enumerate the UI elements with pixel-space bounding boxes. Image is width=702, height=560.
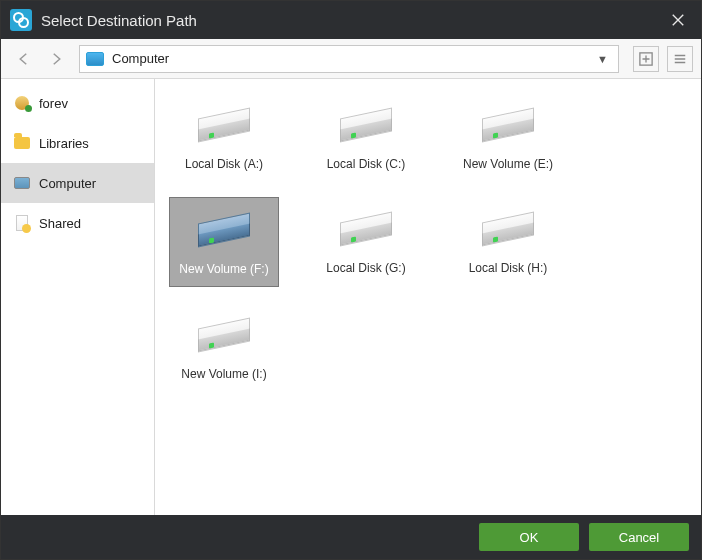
- plus-icon: [639, 52, 653, 66]
- shared-icon: [13, 214, 31, 232]
- path-label: Computer: [112, 51, 593, 66]
- drive-label: New Volume (E:): [463, 157, 553, 171]
- user-icon: [13, 94, 31, 112]
- computer-icon: [86, 52, 104, 66]
- sidebar: forev Libraries Computer Shared: [1, 79, 155, 515]
- drive-item[interactable]: New Volume (E:): [453, 93, 563, 181]
- drive-item[interactable]: Local Disk (C:): [311, 93, 421, 181]
- drive-label: Local Disk (C:): [327, 157, 406, 171]
- content-area: forev Libraries Computer Shared Local Di…: [1, 79, 701, 515]
- disk-icon: [336, 103, 396, 147]
- drive-item-selected[interactable]: New Volume (F:): [169, 197, 279, 287]
- disk-icon: [478, 207, 538, 251]
- drive-label: New Volume (I:): [181, 367, 266, 381]
- disk-icon: [478, 103, 538, 147]
- window-title: Select Destination Path: [41, 12, 655, 29]
- nav-bar: Computer ▼: [1, 39, 701, 79]
- arrow-left-icon: [15, 50, 33, 68]
- sidebar-item-libraries[interactable]: Libraries: [1, 123, 154, 163]
- nav-forward-button[interactable]: [41, 44, 71, 74]
- title-bar: Select Destination Path: [1, 1, 701, 39]
- disk-icon: [336, 207, 396, 251]
- sidebar-item-computer[interactable]: Computer: [1, 163, 154, 203]
- disk-icon: [194, 208, 254, 252]
- cancel-button[interactable]: Cancel: [589, 523, 689, 551]
- path-bar[interactable]: Computer ▼: [79, 45, 619, 73]
- chevron-down-icon[interactable]: ▼: [593, 53, 612, 65]
- drive-grid: Local Disk (A:) Local Disk (C:) New Volu…: [155, 79, 701, 515]
- sidebar-item-user[interactable]: forev: [1, 83, 154, 123]
- drive-item[interactable]: Local Disk (G:): [311, 197, 421, 287]
- computer-icon: [13, 174, 31, 192]
- close-icon: [671, 13, 685, 27]
- view-list-button[interactable]: [667, 46, 693, 72]
- app-icon: [10, 9, 32, 31]
- drive-label: New Volume (F:): [179, 262, 268, 276]
- drive-item[interactable]: Local Disk (H:): [453, 197, 563, 287]
- footer-bar: OK Cancel: [1, 515, 701, 559]
- folder-icon: [13, 134, 31, 152]
- drive-label: Local Disk (G:): [326, 261, 405, 275]
- sidebar-item-label: forev: [39, 96, 68, 111]
- ok-button[interactable]: OK: [479, 523, 579, 551]
- drive-label: Local Disk (H:): [469, 261, 548, 275]
- sidebar-item-label: Shared: [39, 216, 81, 231]
- disk-icon: [194, 103, 254, 147]
- nav-back-button[interactable]: [9, 44, 39, 74]
- sidebar-item-label: Libraries: [39, 136, 89, 151]
- sidebar-item-label: Computer: [39, 176, 96, 191]
- arrow-right-icon: [47, 50, 65, 68]
- new-folder-button[interactable]: [633, 46, 659, 72]
- disk-icon: [194, 313, 254, 357]
- list-icon: [673, 52, 687, 66]
- close-button[interactable]: [655, 1, 701, 39]
- sidebar-item-shared[interactable]: Shared: [1, 203, 154, 243]
- drive-item[interactable]: New Volume (I:): [169, 303, 279, 391]
- drive-label: Local Disk (A:): [185, 157, 263, 171]
- drive-item[interactable]: Local Disk (A:): [169, 93, 279, 181]
